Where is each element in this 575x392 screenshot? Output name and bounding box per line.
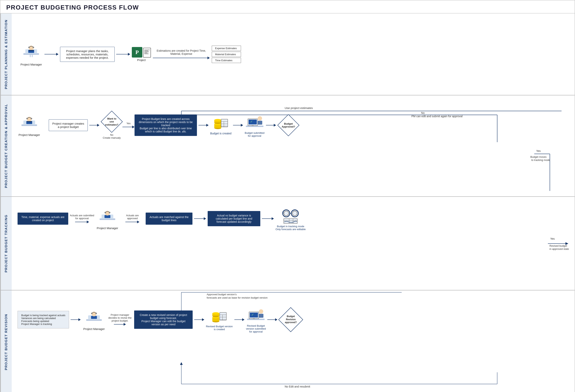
lane-revision: PROJECT BUDGET REVISION Approved budget … — [0, 290, 575, 392]
arrow-to-tracking-icon — [262, 217, 274, 220]
svg-rect-4 — [29, 50, 34, 51]
page-title: PROJECT BUDGETING PROCESS FLOW — [0, 0, 575, 13]
arrow-to-pm-revision — [71, 318, 81, 321]
lane-label-planning: PROJECT PLANNING & ESTIMATION — [0, 13, 12, 95]
svg-point-61 — [292, 211, 297, 216]
tracking-icon-area: Budget in tracking modeOnly forecasts ar… — [276, 207, 306, 231]
submitted-approval-label: Actuals are submittedfor approval — [70, 214, 94, 220]
lane-label-tracking: PROJECT BUDGET TRACKING — [0, 197, 12, 290]
actor-pm-lane4: Project Manager — [82, 309, 106, 331]
project-icon-area: P Project — [132, 47, 151, 62]
svg-point-28 — [31, 118, 32, 119]
revised-submitted-label: Revised Budgetversion submittedfor appro… — [246, 324, 266, 333]
lane-label-creation: PROJECT BUDGET CREATION & APPROVAL — [0, 95, 12, 196]
actuals-approved-label: Actuals are approved — [121, 214, 144, 220]
arrow-to-approved-diamond — [266, 124, 276, 126]
svg-text:No Edit and resubmit: No Edit and resubmit — [285, 385, 310, 388]
lane-planning: PROJECT PLANNING & ESTIMATION — [0, 13, 575, 95]
svg-text:Yes: Yes — [550, 237, 555, 240]
svg-rect-6 — [32, 54, 33, 57]
svg-point-8 — [33, 47, 34, 48]
lane1-flow: Project Manager Project manager plans th… — [16, 17, 571, 91]
lane1-content: Project Manager Project manager plans th… — [12, 13, 575, 95]
diamond-estimates: Want touseestimates? NoCreate manualy — [101, 111, 122, 139]
revised-budget-area: Revised Budget versionis created — [206, 309, 233, 331]
lane4-flow: Budget is being tracked against actualsV… — [16, 294, 571, 337]
revised-budget-label: Revised Budget versionis created — [206, 325, 233, 331]
arrow-to-approval — [233, 124, 243, 126]
budget-created-area: Budget is created — [210, 115, 231, 135]
actuals-approved-arrow: Actuals are approved — [121, 214, 144, 223]
budget-submitted-label: Budget submittedfor approval — [245, 131, 264, 137]
revised-approval-area: ✓ Revised Budgetversion submittedfor app… — [246, 306, 266, 333]
actuals-created-box: Time, material, expense actuals are crea… — [18, 213, 68, 225]
lane-tracking: PROJECT BUDGET TRACKING Yes Revised budg… — [0, 197, 575, 290]
svg-text:Revised budget: Revised budget — [550, 244, 567, 247]
svg-point-83 — [95, 313, 97, 314]
time-estimate-doc: Time Estimates — [212, 58, 241, 63]
project-label: Project — [137, 58, 146, 62]
svg-point-27 — [26, 118, 28, 119]
svg-point-82 — [91, 313, 93, 314]
lane2-content: Use project estimates No PM can edit and… — [12, 95, 575, 196]
planning-process-box: Project manager plans the tasks, schedul… — [60, 47, 115, 62]
actuals-matched-box: Actuals are matched against the budget l… — [146, 213, 192, 225]
create-revised-box: Create a new revised version of project … — [134, 311, 193, 329]
svg-text:✓: ✓ — [250, 120, 253, 123]
lane2-flow: Project Manager Project manager creates … — [16, 99, 571, 143]
variance-box: Actual vs budget variance is calculated … — [208, 211, 260, 226]
svg-rect-95 — [247, 319, 264, 320]
svg-marker-48 — [565, 242, 568, 245]
svg-rect-42 — [249, 120, 257, 124]
estimation-label: Estimations are created for Project Time… — [156, 49, 207, 55]
actor-pm-lane2: Project Manager — [18, 114, 41, 137]
svg-rect-45 — [258, 121, 262, 125]
decides-revise-label: Project manager decides to revise the pr… — [107, 313, 133, 322]
decides-revise-arrow: Project manager decides to revise the pr… — [107, 313, 133, 326]
main-container: PROJECT BUDGETING PROCESS FLOW PROJECT P… — [0, 0, 575, 392]
material-estimate-doc: Material Estimates — [212, 52, 241, 57]
svg-rect-5 — [30, 54, 31, 57]
creates-budget-box: Project manager creates a project budget — [49, 119, 88, 131]
budget-created-label: Budget is created — [210, 132, 231, 135]
svg-rect-40 — [246, 126, 264, 127]
lane-budget-creation: PROJECT BUDGET CREATION & APPROVAL Use p… — [0, 95, 575, 197]
svg-point-56 — [104, 212, 106, 213]
budget-lines-box: Project Budget lines are created across … — [135, 115, 197, 136]
actor-label-pm2: Project Manager — [19, 133, 40, 137]
yes-arrow — [122, 126, 135, 128]
tracking-mode-label: Budget in tracking modeOnly forecasts ar… — [276, 225, 306, 231]
no-create-manually-label: NoCreate manualy — [103, 133, 121, 139]
lane-label-revision: PROJECT BUDGET REVISION — [0, 290, 12, 392]
arrow-to-revised-icon — [194, 318, 204, 321]
estimate-docs: Expense Estimates Material Estimates Tim… — [212, 46, 241, 63]
svg-point-34 — [214, 119, 221, 121]
diamond-revision-shape: BudgetRevisionapproved? — [279, 308, 302, 331]
yes-label-2: Yes — [126, 122, 130, 125]
yes-arrow-wrapper: Yes — [122, 122, 135, 128]
actor-label-pm3: Project Manager — [97, 226, 118, 230]
actor-label-pm1: Project Manager — [21, 63, 42, 66]
arrow-to-variance — [194, 217, 206, 220]
svg-rect-35 — [221, 119, 228, 127]
svg-point-57 — [109, 212, 110, 213]
actor-pm-lane3: Project Manager — [96, 208, 119, 230]
lane3-flow: Time, material, expense actuals are crea… — [16, 201, 571, 237]
arrow-to-budget-icon — [198, 124, 209, 126]
svg-text:Yes: Yes — [536, 149, 541, 152]
svg-point-59 — [284, 211, 288, 216]
actor-label-pm4: Project Manager — [83, 327, 105, 331]
arrow-1 — [45, 53, 58, 56]
svg-marker-76 — [180, 362, 183, 365]
svg-rect-54 — [104, 215, 110, 218]
budget-approval-area: ✓ Budget submittedfor approval — [245, 113, 264, 137]
submitted-approval-arrow: Actuals are submittedfor approval — [70, 214, 94, 223]
svg-rect-98 — [253, 318, 255, 319]
arrow-to-diamond — [89, 124, 99, 126]
diamond-approved: BudgetApproved? — [278, 115, 299, 136]
svg-rect-80 — [91, 316, 97, 319]
budget-icon-combo — [213, 115, 229, 131]
svg-text:✓: ✓ — [251, 313, 254, 316]
svg-rect-43 — [252, 125, 254, 126]
expense-estimate-doc: Expense Estimates — [212, 46, 241, 51]
